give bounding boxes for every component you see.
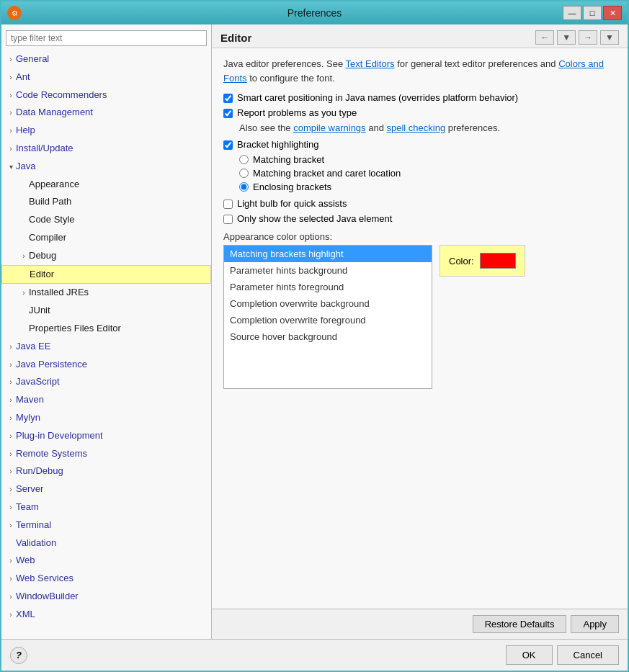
radio-enclosing[interactable] xyxy=(239,182,249,192)
tree-container: ›General›Ant›Code Recommenders›Data Mana… xyxy=(1,50,211,624)
sidebar-item-remote-systems[interactable]: ›Remote Systems xyxy=(1,445,211,463)
sidebar-item-label: Compiler xyxy=(29,232,66,243)
sidebar-item-web[interactable]: ›Web xyxy=(1,552,211,570)
sidebar-item-build-path[interactable]: Build Path xyxy=(1,193,211,211)
color-list-item[interactable]: Completion overwrite foreground xyxy=(224,312,432,328)
minimize-button[interactable]: — xyxy=(563,6,581,20)
radio-matching-row: Matching bracket xyxy=(239,154,616,165)
show-selected-checkbox[interactable] xyxy=(223,215,233,224)
close-button[interactable]: ✕ xyxy=(603,6,622,20)
sidebar-item-run-debug[interactable]: ›Run/Debug xyxy=(1,462,211,480)
panel-nav: ← ▼ → ▼ xyxy=(535,30,619,45)
color-list-item[interactable]: Matching brackets highlight xyxy=(224,246,432,262)
sidebar-item-label: JUnit xyxy=(29,305,50,315)
cancel-button[interactable]: Cancel xyxy=(557,645,619,665)
spell-checking-link[interactable]: spell checking xyxy=(387,122,446,133)
sidebar-item-plugin-development[interactable]: ›Plug-in Development xyxy=(1,427,211,445)
radio-matching-label: Matching bracket xyxy=(253,154,324,165)
sidebar-item-label: General xyxy=(16,53,49,64)
arrow-icon: ▾ xyxy=(6,161,16,173)
bracket-radio-group: Matching bracket Matching bracket and ca… xyxy=(239,154,616,192)
sidebar-item-java[interactable]: ▾Java xyxy=(1,158,211,176)
forward-button[interactable]: → xyxy=(579,30,597,45)
filter-input[interactable] xyxy=(6,30,207,46)
arrow-icon: › xyxy=(6,609,16,621)
sidebar-item-java-persistence[interactable]: ›Java Persistence xyxy=(1,356,211,374)
sidebar-item-label: Plug-in Development xyxy=(16,430,103,441)
bottom-bar: Restore Defaults Apply xyxy=(212,609,628,639)
sidebar-item-label: Ant xyxy=(16,71,30,82)
sidebar-item-code-recommenders[interactable]: ›Code Recommenders xyxy=(1,86,211,104)
ok-button[interactable]: OK xyxy=(506,645,553,665)
sidebar-item-data-management[interactable]: ›Data Management xyxy=(1,104,211,122)
arrow-icon: › xyxy=(6,377,16,388)
color-list-item[interactable]: Source hover background xyxy=(224,328,432,345)
sidebar-item-label: Debug xyxy=(29,250,56,261)
compile-warnings-link[interactable]: compile warnings xyxy=(293,122,365,133)
maximize-button[interactable]: □ xyxy=(583,6,602,20)
sidebar-item-maven[interactable]: ›Maven xyxy=(1,391,211,409)
sidebar-item-validation[interactable]: Validation xyxy=(1,534,211,552)
sidebar-item-install-update[interactable]: ›Install/Update xyxy=(1,140,211,158)
appearance-label: Appearance color options: xyxy=(223,231,616,242)
sidebar-item-label: Install/Update xyxy=(16,143,73,153)
title-bar: ⚙ Preferences — □ ✕ xyxy=(1,1,628,24)
sidebar-item-windowbuilder[interactable]: ›WindowBuilder xyxy=(1,588,211,606)
panel-title: Editor xyxy=(220,32,251,44)
color-list-item[interactable]: Completion overwrite background xyxy=(224,295,432,312)
restore-defaults-button[interactable]: Restore Defaults xyxy=(473,615,567,633)
radio-matching-caret-row: Matching bracket and caret location xyxy=(239,168,616,179)
report-problems-checkbox[interactable] xyxy=(223,109,233,118)
sidebar-item-label: Java EE xyxy=(16,341,50,351)
sidebar-item-help[interactable]: ›Help xyxy=(1,122,211,140)
sidebar-item-terminal[interactable]: ›Terminal xyxy=(1,516,211,534)
sidebar-item-mylyn[interactable]: ›Mylyn xyxy=(1,409,211,427)
color-list-item[interactable]: Parameter hints foreground xyxy=(224,279,432,295)
sidebar-item-compiler[interactable]: Compiler xyxy=(1,229,211,247)
sidebar-item-general[interactable]: ›General xyxy=(1,50,211,68)
sidebar-item-junit[interactable]: JUnit xyxy=(1,302,211,320)
bracket-highlight-checkbox[interactable] xyxy=(223,140,233,150)
radio-matching-caret[interactable] xyxy=(239,169,249,178)
show-selected-row: Only show the selected Java element xyxy=(223,213,616,224)
also-see-text: Also see the compile warnings and spell … xyxy=(239,122,616,133)
radio-matching[interactable] xyxy=(239,155,249,164)
color-swatch[interactable] xyxy=(480,253,516,269)
sidebar-item-editor[interactable]: Editor xyxy=(1,265,211,285)
smart-caret-checkbox[interactable] xyxy=(223,94,233,103)
sidebar-item-team[interactable]: ›Team xyxy=(1,498,211,516)
description: Java editor preferences. See Text Editor… xyxy=(223,57,616,85)
sidebar-item-properties-files-editor[interactable]: Properties Files Editor xyxy=(1,320,211,338)
sidebar-item-label: Web Services xyxy=(16,573,73,583)
forward-dropdown-button[interactable]: ▼ xyxy=(600,30,619,45)
appearance-section: Appearance color options: Matching brack… xyxy=(223,231,616,389)
text-editors-link[interactable]: Text Editors xyxy=(346,58,395,69)
sidebar-item-java-ee[interactable]: ›Java EE xyxy=(1,338,211,356)
help-button[interactable]: ? xyxy=(10,647,27,664)
arrow-icon: › xyxy=(6,431,16,442)
lightbulb-label: Light bulb for quick assists xyxy=(237,198,347,209)
sidebar-item-label: Java Persistence xyxy=(16,359,87,369)
arrow-icon: › xyxy=(6,502,16,514)
smart-caret-row: Smart caret positioning in Java names (o… xyxy=(223,92,616,103)
sidebar-item-debug[interactable]: ›Debug xyxy=(1,247,211,265)
sidebar-item-label: Server xyxy=(16,483,43,494)
arrow-icon: › xyxy=(6,54,16,66)
arrow-icon: › xyxy=(6,573,16,585)
color-list-item[interactable]: Parameter hints background xyxy=(224,262,432,279)
arrow-icon: › xyxy=(19,287,29,299)
sidebar-item-appearance[interactable]: Appearance xyxy=(1,176,211,194)
back-button[interactable]: ← xyxy=(535,30,554,45)
sidebar-item-installed-jres[interactable]: ›Installed JREs xyxy=(1,284,211,302)
sidebar-item-ant[interactable]: ›Ant xyxy=(1,68,211,86)
sidebar-item-server[interactable]: ›Server xyxy=(1,480,211,498)
sidebar-item-label: Appearance xyxy=(29,179,79,189)
footer-buttons: OK Cancel xyxy=(506,645,619,665)
lightbulb-checkbox[interactable] xyxy=(223,200,233,209)
sidebar-item-xml[interactable]: ›XML xyxy=(1,606,211,624)
sidebar-item-code-style[interactable]: Code Style xyxy=(1,211,211,229)
back-dropdown-button[interactable]: ▼ xyxy=(557,30,576,45)
apply-button[interactable]: Apply xyxy=(571,615,619,633)
sidebar-item-web-services[interactable]: ›Web Services xyxy=(1,570,211,588)
sidebar-item-javascript[interactable]: ›JavaScript xyxy=(1,373,211,391)
